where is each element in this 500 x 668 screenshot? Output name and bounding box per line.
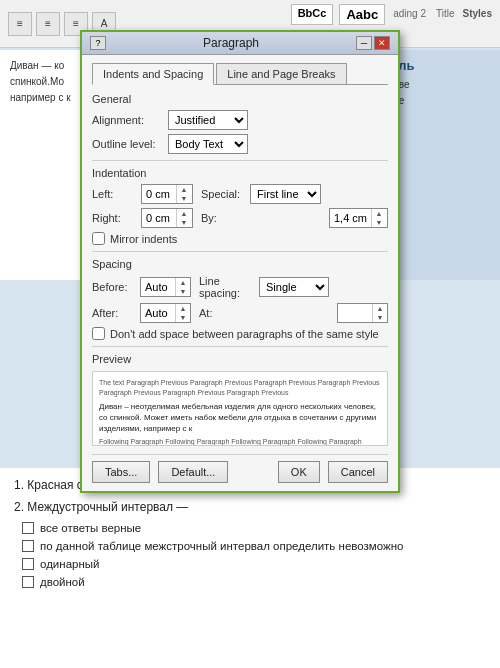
option-3-label: одинарный — [40, 558, 99, 570]
doc-text-left: Диван — коспинкой.Монапример с к — [10, 58, 71, 106]
before-arrows: ▲ ▼ — [176, 278, 190, 296]
left-arrows: ▲ ▼ — [177, 185, 191, 203]
option-2-checkbox[interactable] — [22, 540, 34, 552]
same-style-row: Don't add space between paragraphs of th… — [92, 327, 388, 340]
at-label: At: — [199, 307, 251, 319]
at-down-arrow[interactable]: ▼ — [373, 313, 387, 322]
same-style-checkbox[interactable] — [92, 327, 105, 340]
indentation-section-label: Indentation — [92, 167, 388, 179]
option-1-row: все ответы верные — [22, 522, 486, 534]
style-box-bbcc: BbCc — [291, 4, 334, 25]
special-select[interactable]: First line (none) Hanging — [250, 184, 321, 204]
option-3-checkbox[interactable] — [22, 558, 34, 570]
default-button[interactable]: Default... — [158, 461, 228, 483]
by-label: By: — [201, 212, 242, 224]
alignment-label: Alignment: — [92, 114, 162, 126]
option-4-checkbox[interactable] — [22, 576, 34, 588]
option-2-label: по данной таблице межстрочный интервал о… — [40, 540, 403, 552]
indentation-grid: Left: 0 cm ▲ ▼ Special: First line (none… — [92, 184, 388, 228]
before-label: Before: — [92, 281, 132, 293]
tab-indents-spacing[interactable]: Indents and Spacing — [92, 63, 214, 85]
after-spinner[interactable]: Auto ▲ ▼ — [140, 303, 191, 323]
after-down-arrow[interactable]: ▼ — [176, 313, 190, 322]
ok-button[interactable]: OK — [278, 461, 320, 483]
divider-1 — [92, 160, 388, 161]
before-down-arrow[interactable]: ▼ — [176, 287, 190, 296]
toolbar-icon-2: ≡ — [36, 12, 60, 36]
option-4-row: двойной — [22, 576, 486, 588]
preview-main-text: Диван – неотделимая мебельная изделия дл… — [99, 401, 381, 435]
right-value: 0 cm — [142, 209, 177, 227]
left-spinner[interactable]: 0 cm ▲ ▼ — [141, 184, 193, 204]
after-up-arrow[interactable]: ▲ — [176, 304, 190, 313]
question-2-start: 2. Междустрочный интервал — — [14, 500, 188, 514]
right-down-arrow[interactable]: ▼ — [177, 218, 191, 227]
option-1-checkbox[interactable] — [22, 522, 34, 534]
general-section-label: General — [92, 93, 388, 105]
tab-line-page-breaks[interactable]: Line and Page Breaks — [216, 63, 346, 84]
style-box-aabc: Aabc — [339, 4, 385, 25]
right-label: Right: — [92, 212, 133, 224]
tabs-button[interactable]: Tabs... — [92, 461, 150, 483]
right-arrows: ▲ ▼ — [177, 209, 191, 227]
line-spacing-select[interactable]: Single 1.5 lines Double At least Exactly… — [259, 277, 329, 297]
by-arrows: ▲ ▼ — [372, 209, 386, 227]
cancel-button[interactable]: Cancel — [328, 461, 388, 483]
right-up-arrow[interactable]: ▲ — [177, 209, 191, 218]
special-label: Special: — [201, 188, 242, 200]
preview-text-after: Following Paragraph Following Paragraph … — [99, 437, 381, 446]
heading2-label: ading 2 — [391, 4, 428, 25]
before-up-arrow[interactable]: ▲ — [176, 278, 190, 287]
left-down-arrow[interactable]: ▼ — [177, 194, 191, 203]
close-button[interactable]: ✕ — [374, 36, 390, 50]
answer-options: все ответы верные по данной таблице межс… — [22, 522, 486, 588]
alignment-select[interactable]: Justified Left Center Right — [168, 110, 248, 130]
minimize-button[interactable]: ─ — [356, 36, 372, 50]
at-arrows: ▲ ▼ — [373, 304, 387, 322]
tab-bar: Indents and Spacing Line and Page Breaks — [92, 63, 388, 85]
preview-box: The text Paragraph Previous Paragraph Pr… — [92, 371, 388, 446]
right-spinner[interactable]: 0 cm ▲ ▼ — [141, 208, 193, 228]
before-value: Auto — [141, 278, 176, 296]
outline-select[interactable]: Body Text Level 1 Level 2 — [168, 134, 248, 154]
by-up-arrow[interactable]: ▲ — [372, 209, 386, 218]
styles-label: Styles — [463, 4, 492, 25]
option-2-row: по данной таблице межстрочный интервал о… — [22, 540, 486, 552]
after-arrows: ▲ ▼ — [176, 304, 190, 322]
after-value: Auto — [141, 304, 176, 322]
styles-area: BbCc Aabc ading 2 Title Styles — [291, 4, 492, 25]
at-value — [338, 304, 373, 322]
option-4-label: двойной — [40, 576, 85, 588]
left-up-arrow[interactable]: ▲ — [177, 185, 191, 194]
preview-text-before: The text Paragraph Previous Paragraph Pr… — [99, 378, 381, 398]
left-value: 0 cm — [142, 185, 177, 203]
title-label: Title — [434, 4, 457, 25]
paragraph-dialog: ? Paragraph ─ ✕ Indents and Spacing Line… — [80, 30, 400, 493]
option-1-label: все ответы верные — [40, 522, 141, 534]
dialog-title: Paragraph — [106, 36, 356, 50]
mirror-indents-row: Mirror indents — [92, 232, 388, 245]
line-spacing-label: Line spacing: — [199, 275, 251, 299]
help-button[interactable]: ? — [90, 36, 106, 50]
after-label: After: — [92, 307, 132, 319]
question-line-2: 2. Междустрочный интервал — — [14, 500, 486, 514]
outline-row: Outline level: Body Text Level 1 Level 2 — [92, 134, 388, 154]
divider-2 — [92, 251, 388, 252]
mirror-indents-label: Mirror indents — [110, 233, 177, 245]
dialog-body: Indents and Spacing Line and Page Breaks… — [82, 55, 398, 491]
divider-3 — [92, 346, 388, 347]
at-up-arrow[interactable]: ▲ — [373, 304, 387, 313]
same-style-label: Don't add space between paragraphs of th… — [110, 328, 379, 340]
by-spinner[interactable]: 1,4 cm ▲ ▼ — [329, 208, 388, 228]
alignment-row: Alignment: Justified Left Center Right — [92, 110, 388, 130]
bottom-doc-area: 1. Красная строка — см. 2. Междустрочный… — [0, 468, 500, 668]
mirror-indents-checkbox[interactable] — [92, 232, 105, 245]
preview-section-label: Preview — [92, 353, 388, 365]
option-3-row: одинарный — [22, 558, 486, 570]
by-value: 1,4 cm — [330, 209, 372, 227]
by-down-arrow[interactable]: ▼ — [372, 218, 386, 227]
before-spinner[interactable]: Auto ▲ ▼ — [140, 277, 191, 297]
spacing-grid: Before: Auto ▲ ▼ Line spacing: Single 1.… — [92, 275, 388, 323]
dialog-titlebar: ? Paragraph ─ ✕ — [82, 32, 398, 55]
at-spinner[interactable]: ▲ ▼ — [337, 303, 388, 323]
